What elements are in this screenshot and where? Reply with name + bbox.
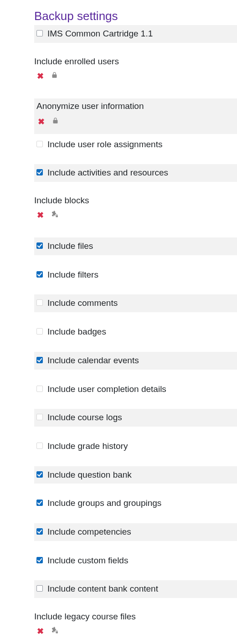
page-title: Backup settings [34,9,237,23]
spacer [34,312,237,323]
checkbox-label: Include calendar events [47,355,139,366]
setting-label-enrolled-label: Include enrolled users [34,54,237,68]
setting-row-logs: Include course logs [34,409,237,427]
setting-row-files: Include files [34,237,237,255]
spacer [34,455,237,466]
checkbox-label: Include activities and resources [47,167,168,179]
spacer [34,341,237,352]
checkbox-completion[interactable] [36,386,43,392]
setting-row-comments: Include comments [34,294,237,312]
checkbox-comments[interactable] [36,299,43,306]
checkbox-content[interactable] [36,585,43,592]
checkbox-label: Include comments [47,298,118,309]
spacer [34,255,237,266]
checkbox-activities[interactable] [36,169,43,175]
spacer [34,484,237,495]
settings-list: IMS Common Cartridge 1.1Include enrolled… [34,25,237,643]
setting-row-activities: Include activities and resources [34,164,237,182]
x-icon: ✖ [38,117,45,127]
spacer [34,427,237,438]
setting-row-filters: Include filters [34,266,237,284]
spacer [34,370,237,381]
setting-row-question: Include question bank [34,466,237,484]
x-icon: ✖ [37,210,44,220]
lock-icon [51,72,58,81]
checkbox-label: Include question bank [47,469,132,481]
setting-row-badges: Include badges [34,323,237,341]
checkbox-label: Include course logs [47,412,122,423]
spacer [34,283,237,294]
checkbox-label: Include user completion details [47,384,166,395]
setting-row-completion: Include user completion details [34,381,237,398]
spacer [34,43,237,54]
checkbox-label: Include groups and groupings [47,498,161,509]
spacer [34,398,237,409]
status-row-blocks-status: ✖ [34,207,237,227]
checkbox-label: Include grade history [47,441,128,452]
x-icon: ✖ [37,626,44,636]
checkbox-label: Include content bank content [47,583,158,595]
status-row-anon-status: ✖ [34,113,237,134]
checkbox-question[interactable] [36,471,43,478]
checkbox-role[interactable] [36,141,43,147]
checkbox-label: Include competencies [47,526,131,538]
setting-row-ims: IMS Common Cartridge 1.1 [34,25,237,43]
setting-row-groups: Include groups and groupings [34,495,237,512]
x-icon: ✖ [37,71,44,81]
checkbox-label: Include user role assignments [47,139,162,150]
checkbox-label: Include filters [47,269,98,281]
setting-label-anon-label: Anonymize user information [34,98,237,113]
spacer [34,182,237,193]
checkbox-label: IMS Common Cartridge 1.1 [47,28,153,40]
checkbox-custom[interactable] [36,557,43,563]
checkbox-calendar[interactable] [36,357,43,363]
checkbox-label: Include files [47,241,93,252]
checkbox-badges[interactable] [36,328,43,335]
spacer [34,153,237,164]
setting-row-role: Include user role assignments [34,136,237,154]
setting-label-blocks-label: Include blocks [34,193,237,207]
backup-settings-form: Backup settings IMS Common Cartridge 1.1… [0,0,237,644]
spacer [34,512,237,523]
spacer [34,569,237,580]
puzzle-lock-icon [51,210,59,220]
setting-label-legacy-label: Include legacy course files [34,609,237,623]
status-row-enrolled-status: ✖ [34,68,237,88]
setting-row-calendar: Include calendar events [34,352,237,370]
puzzle-lock-icon [51,626,59,636]
status-row-legacy-status: ✖ [34,623,237,643]
spacer [34,227,237,237]
setting-row-custom: Include custom fields [34,552,237,570]
setting-row-content: Include content bank content [34,580,237,598]
checkbox-grade[interactable] [36,443,43,449]
checkbox-label: Include custom fields [47,555,128,567]
checkbox-label: Include badges [47,326,106,338]
checkbox-files[interactable] [36,242,43,249]
setting-row-grade: Include grade history [34,438,237,455]
checkbox-ims[interactable] [36,30,43,36]
spacer [34,88,237,98]
setting-row-competencies: Include competencies [34,523,237,541]
spacer [34,541,237,552]
spacer [34,598,237,609]
checkbox-filters[interactable] [36,271,43,278]
checkbox-logs[interactable] [36,414,43,420]
checkbox-groups[interactable] [36,500,43,506]
lock-icon [52,117,59,126]
checkbox-competencies[interactable] [36,528,43,535]
